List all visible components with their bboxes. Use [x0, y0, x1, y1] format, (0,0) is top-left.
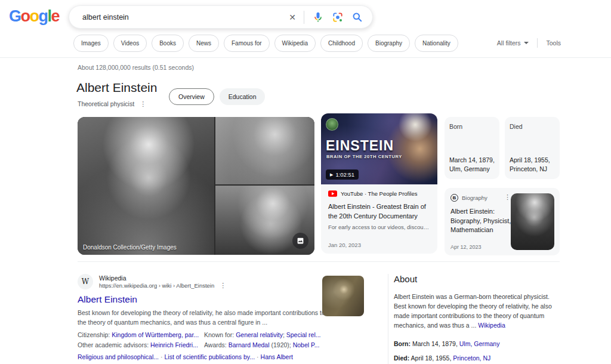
result-site-name: Wikipedia: [99, 274, 226, 282]
fact-card-born: Born March 14, 1879, Ulm, Germany: [445, 117, 499, 179]
about-died-row: Died: April 18, 1955, Princeton, NJ: [394, 354, 556, 362]
header-divider: [0, 57, 611, 58]
biography-thumbnail[interactable]: [511, 193, 554, 250]
chip-childhood[interactable]: Childhood: [320, 35, 363, 52]
results-stats: About 128,000,000 results (0.51 seconds): [78, 64, 194, 71]
video-date: Jan 20, 2023: [328, 242, 361, 248]
logo-letter: o: [21, 7, 30, 25]
logo-letter: o: [30, 7, 39, 25]
google-lens-icon[interactable]: [332, 11, 344, 23]
biography-logo-icon: B: [450, 194, 458, 202]
google-logo[interactable]: Google: [9, 7, 59, 26]
wikipedia-result: W Wikipedia https://en.wikipedia.org › w…: [78, 274, 325, 360]
fact-value-line: March 14, 1879,: [449, 156, 495, 165]
search-filter-chips: Images Videos Books News Famous for Wiki…: [73, 35, 458, 52]
entity-subtitle-row: Theoretical physicist ⋮: [78, 100, 146, 107]
born-date: March 14, 1879,: [411, 340, 459, 347]
attribute-link[interactable]: Special rel...: [286, 331, 321, 338]
sublink-separator: ·: [257, 353, 259, 360]
attribute-awards: Awards: Barnard Medal (1920); Nobel P...: [204, 340, 325, 350]
video-card-body: YouTube · The People Profiles Albert Ein…: [321, 184, 437, 254]
fact-value-line: Ulm, Germany: [449, 165, 495, 174]
result-url-text: https://en.wikipedia.org › wiki › Albert…: [99, 282, 214, 289]
about-source-link[interactable]: Wikipedia: [478, 322, 505, 329]
search-submit-icon[interactable]: [351, 11, 363, 23]
born-label: Born:: [394, 340, 411, 347]
search-bar[interactable]: ✕: [69, 5, 373, 29]
chip-nationality[interactable]: Nationality: [415, 35, 458, 52]
chevron-down-icon: [524, 42, 529, 44]
chip-famous-for[interactable]: Famous for: [224, 35, 270, 52]
biography-result-card[interactable]: B Biography ⋮ Albert Einstein: Biography…: [445, 188, 560, 255]
attribute-separator: (1920);: [270, 341, 293, 348]
about-text: Albert Einstein was a German-born theore…: [394, 293, 552, 329]
video-description: For early access to our videos, discount…: [328, 224, 430, 230]
chip-news[interactable]: News: [189, 35, 219, 52]
result-title-link[interactable]: Albert Einstein: [78, 294, 325, 305]
voice-search-icon[interactable]: [312, 11, 324, 23]
video-source-text: YouTube · The People Profiles: [341, 190, 418, 197]
result-site-block: Wikipedia https://en.wikipedia.org › wik…: [99, 274, 226, 289]
wikipedia-favicon: W: [78, 274, 93, 289]
fact-value: March 14, 1879, Ulm, Germany: [449, 156, 495, 174]
play-icon: ▶: [330, 172, 333, 177]
search-input[interactable]: [69, 13, 289, 21]
kebab-menu-icon[interactable]: ⋮: [220, 282, 226, 289]
biography-title[interactable]: Albert Einstein: Biography, Physicist, M…: [450, 207, 513, 235]
more-images-button[interactable]: [292, 233, 308, 249]
result-attributes: Citizenship: Kingdom of Württemberg, par…: [78, 330, 325, 350]
fact-value: April 18, 1955, Princeton, NJ: [510, 156, 550, 174]
chip-books[interactable]: Books: [152, 35, 184, 52]
tools-button[interactable]: Tools: [546, 39, 561, 47]
chip-biography[interactable]: Biography: [368, 35, 410, 52]
entity-title: Albert Einstein: [76, 81, 157, 95]
chip-images[interactable]: Images: [73, 35, 109, 52]
about-heading: About: [394, 274, 556, 284]
video-result-card[interactable]: EINSTEIN BRAIN OF THE 20TH CENTURY ▶ 1:0…: [321, 113, 437, 254]
attribute-link[interactable]: Barnard Medal: [229, 341, 270, 348]
attribute-label: Awards:: [204, 341, 229, 348]
attribute-link[interactable]: Kingdom of Württemberg, par...: [112, 331, 199, 338]
attribute-label: Other academic advisors:: [78, 341, 150, 348]
biography-date: Apr 12, 2023: [450, 244, 482, 250]
thumbnail-title-text: EINSTEIN: [326, 138, 394, 154]
einstein-photo-large[interactable]: [78, 117, 214, 255]
died-date: April 18, 1955,: [409, 354, 453, 362]
result-thumbnail[interactable]: [322, 276, 364, 316]
video-duration-badge: ▶ 1:02:51: [326, 169, 359, 180]
about-panel: About Albert Einstein was a German-born …: [394, 274, 556, 362]
chip-videos[interactable]: Videos: [113, 35, 147, 52]
clear-search-icon[interactable]: ✕: [289, 13, 296, 21]
tab-overview[interactable]: Overview: [169, 88, 214, 105]
tab-education[interactable]: Education: [220, 88, 266, 105]
born-place-link[interactable]: Ulm, Germany: [459, 340, 500, 347]
thumbnail-subtitle-text: BRAIN OF THE 20TH CENTURY: [326, 154, 402, 159]
all-filters-button[interactable]: All filters: [497, 39, 529, 47]
kebab-menu-icon[interactable]: ⋮: [504, 194, 511, 200]
kebab-menu-icon[interactable]: ⋮: [140, 101, 146, 107]
died-place-link[interactable]: Princeton, NJ: [453, 354, 490, 362]
fact-value-line: Princeton, NJ: [510, 165, 550, 174]
einstein-photo-top-right[interactable]: [215, 117, 314, 184]
video-thumbnail[interactable]: EINSTEIN BRAIN OF THE 20TH CENTURY ▶ 1:0…: [321, 113, 437, 184]
attribute-row: Citizenship: Kingdom of Württemberg, par…: [78, 330, 325, 340]
google-search-results-page: Google ✕: [0, 0, 611, 364]
attribute-row: Other academic advisors: Heinrich Friedr…: [78, 340, 325, 350]
sublink[interactable]: Religious and philosophical...: [78, 353, 159, 360]
fact-value-line: April 18, 1955,: [510, 156, 550, 165]
sublink[interactable]: Hans Albert: [261, 353, 293, 360]
attribute-link[interactable]: Nobel P...: [293, 341, 320, 348]
filters-divider: [537, 38, 538, 48]
attribute-link[interactable]: General relativity: [236, 331, 283, 338]
result-snippet: Best known for developing the theory of …: [78, 308, 325, 327]
knowledge-panel-tabs: Overview Education: [169, 88, 265, 105]
result-header[interactable]: W Wikipedia https://en.wikipedia.org › w…: [78, 274, 325, 289]
logo-letter: e: [51, 7, 60, 25]
video-title[interactable]: Albert Einstein - Greatest Brain of the …: [328, 202, 431, 221]
sublink[interactable]: List of scientific publications by...: [165, 353, 255, 360]
sublink-separator: ·: [161, 353, 163, 360]
attribute-link[interactable]: Heinrich Friedri...: [150, 341, 198, 348]
chip-wikipedia[interactable]: Wikipedia: [274, 35, 316, 52]
search-bar-icons: ✕: [289, 11, 372, 24]
youtube-icon: [328, 190, 337, 197]
